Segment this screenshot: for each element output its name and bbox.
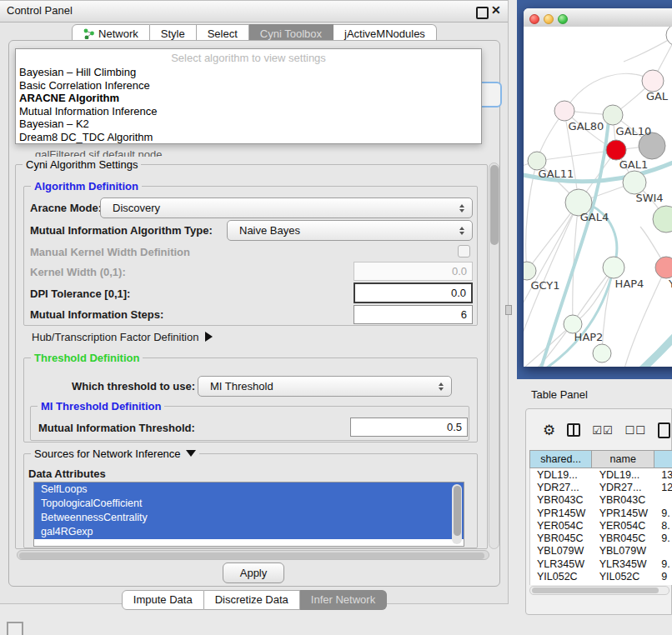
apply-button[interactable]: Apply <box>223 562 284 583</box>
mi-threshold-group-title: MI Threshold Definition <box>38 400 164 412</box>
panel-splitter-handle[interactable] <box>505 305 512 315</box>
attributes-scrollbar-thumb[interactable] <box>454 486 461 536</box>
cyni-algorithm-settings-title: Cyni Algorithm Settings <box>23 158 141 171</box>
dropdown-option[interactable]: Bayesian – Hill Climbing <box>16 66 481 79</box>
settings-horizontal-scrollbar[interactable] <box>17 550 489 560</box>
table-cell <box>654 545 672 558</box>
table-horizontal-scrollbar-thumb[interactable] <box>532 588 659 593</box>
network-node[interactable] <box>653 206 672 232</box>
hub-definition-expander[interactable]: Hub/Transcription Factor Definition <box>32 331 213 343</box>
threshold-definition-title: Threshold Definition <box>31 352 143 364</box>
table-cell: YBR045C <box>593 532 655 544</box>
mi-threshold-label: Mutual Information Threshold: <box>38 422 195 434</box>
table-cell: YPR145W <box>593 507 655 519</box>
which-threshold-value: MI Threshold <box>198 380 434 392</box>
sources-group-title[interactable]: Sources for Network Inference <box>31 448 199 460</box>
table-row[interactable]: YDR27...YDR27...12 <box>530 481 672 493</box>
table-panel-title: Table Panel <box>531 388 588 401</box>
table-horizontal-scrollbar[interactable] <box>529 586 669 595</box>
mi-steps-field[interactable]: 6 <box>354 305 473 324</box>
table-cell: YBR043C <box>530 494 593 507</box>
table-cell: YIL052C <box>530 570 593 582</box>
network-node-gal1[interactable] <box>606 140 626 160</box>
attribute-item-selected[interactable]: SelfLoops <box>34 482 464 497</box>
control-panel-titlebar[interactable]: Control Panel ✕ <box>0 1 508 22</box>
column-header[interactable]: name <box>592 450 654 468</box>
table-row[interactable]: YIL052CYIL052C9 <box>530 570 672 582</box>
settings-horizontal-scrollbar-thumb[interactable] <box>19 552 484 559</box>
network-node-gal10[interactable] <box>603 105 623 125</box>
network-window-titlebar[interactable] <box>524 8 672 28</box>
table-cell: 9. <box>654 532 672 544</box>
dropdown-option[interactable]: ARACNE Algorithm <box>16 92 481 105</box>
table-cell: 9. <box>654 558 672 570</box>
network-node[interactable] <box>593 344 611 362</box>
mi-algorithm-type-combo[interactable]: Naive Bayes <box>227 220 473 241</box>
aracne-mode-combo[interactable]: Discovery <box>100 198 473 218</box>
select-all-checkboxes-icon[interactable]: ☑☑ <box>592 424 613 437</box>
table-cell: YBL079W <box>530 545 593 558</box>
expand-right-icon <box>205 332 213 342</box>
minimize-traffic-light[interactable] <box>544 14 554 24</box>
stepper-icon <box>434 382 449 391</box>
zoom-traffic-light[interactable] <box>558 14 568 24</box>
network-node-gcy1[interactable] <box>524 262 536 280</box>
which-threshold-label: Which threshold to use: <box>72 380 195 392</box>
mi-threshold-field[interactable]: 0.5 <box>350 418 468 437</box>
network-graph: GALGAL80GAL10GAL1GAL11SWI4GAL4GCY1HAP4YH… <box>524 27 672 367</box>
kernel-width-label: Kernel Width (0,1): <box>30 266 126 278</box>
table-row[interactable]: YDL19...YDL19...13 <box>530 468 672 481</box>
export-table-icon[interactable] <box>658 422 670 438</box>
table-row[interactable]: YBR043CYBR043C <box>530 494 672 507</box>
attribute-item-selected[interactable]: gal4RGexp <box>34 525 464 539</box>
close-icon[interactable]: ✕ <box>491 3 501 17</box>
table-row[interactable]: YBR045CYBR045C9. <box>530 532 672 544</box>
table-cell: 13 <box>654 468 672 481</box>
dropdown-option[interactable]: Basic Correlation Inference <box>16 79 481 92</box>
tab-infer-network[interactable]: Infer Network <box>300 590 387 610</box>
bottom-tab-strip: Impute DataDiscretize DataInfer Network <box>0 590 509 610</box>
column-header[interactable]: shared... <box>529 450 592 468</box>
close-traffic-light[interactable] <box>529 14 539 24</box>
network-node-swi4[interactable] <box>623 171 646 194</box>
columns-icon[interactable] <box>567 423 580 437</box>
corner-widget[interactable] <box>7 622 23 635</box>
column-header[interactable] <box>654 450 672 468</box>
dropdown-option[interactable]: Mutual Information Inference <box>16 105 481 118</box>
dropdown-option[interactable]: Dream8 DC_TDC Algorithm <box>16 131 481 144</box>
table-cell <box>654 494 672 507</box>
network-node-gal[interactable] <box>642 70 664 92</box>
tab-label: Impute Data <box>133 593 193 606</box>
settings-vertical-scrollbar-thumb[interactable] <box>490 165 499 245</box>
table-row[interactable]: YER054CYER054C8. <box>530 519 672 532</box>
float-window-icon[interactable] <box>476 7 489 19</box>
table-cell: YLR345W <box>593 558 655 570</box>
network-node-label: HAP4 <box>615 278 644 290</box>
dropdown-option[interactable]: Bayesian – K2 <box>16 118 481 131</box>
table-cell: 9. <box>654 507 672 519</box>
which-threshold-combo[interactable]: MI Threshold <box>198 376 452 397</box>
mi-algorithm-type-value: Naive Bayes <box>228 224 454 237</box>
attribute-item-selected[interactable]: TopologicalCoefficient <box>34 497 464 511</box>
tab-label: Discretize Data <box>215 593 288 606</box>
manual-kernel-width-checkbox[interactable] <box>458 245 470 258</box>
table-row[interactable]: YBL079WYBL079W <box>530 545 672 558</box>
dpi-tolerance-field[interactable]: 0.0 <box>354 282 473 303</box>
tab-impute-data[interactable]: Impute Data <box>122 590 204 610</box>
deselect-all-checkboxes-icon[interactable]: ☐☐ <box>625 424 646 437</box>
table-row[interactable]: YLR345WYLR345W9. <box>530 558 672 570</box>
network-node-gal80[interactable] <box>554 101 574 121</box>
tab-discretize-data[interactable]: Discretize Data <box>204 590 300 610</box>
attribute-item-selected[interactable]: BetweennessCentrality <box>34 511 464 525</box>
kernel-width-field[interactable]: 0.0 <box>354 262 473 281</box>
gear-icon[interactable]: ⚙ <box>543 422 555 439</box>
table-cell: YDR27... <box>530 481 593 493</box>
table-cell: YIL052C <box>593 570 655 582</box>
network-canvas[interactable]: GALGAL80GAL10GAL1GAL11SWI4GAL4GCY1HAP4YH… <box>524 27 672 367</box>
attributes-scrollbar[interactable] <box>452 484 462 544</box>
network-node-y[interactable] <box>655 257 672 278</box>
network-node-hap4[interactable] <box>603 257 624 278</box>
table-row[interactable]: YPR145WYPR145W9. <box>530 507 672 519</box>
network-node[interactable] <box>666 27 672 46</box>
network-node-label: GCY1 <box>530 279 559 292</box>
